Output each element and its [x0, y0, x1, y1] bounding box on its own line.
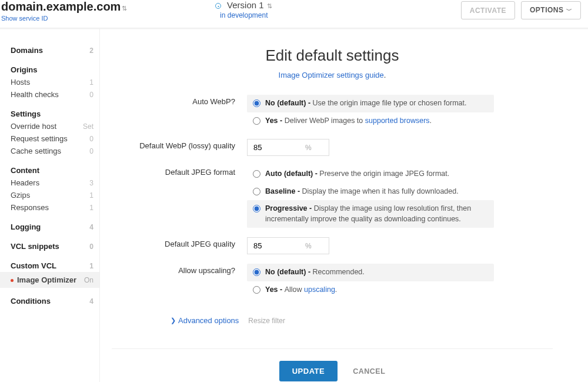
settings-form: Auto WebP? No (default) - Use the origin…	[112, 95, 553, 325]
domain-title: domain.example.com	[1, 0, 121, 14]
main-content: Edit default settings Image Optimizer se…	[100, 29, 588, 382]
field-upscaling: Allow upscaling? No (default) - Recommen…	[112, 264, 553, 298]
sidebar-item-request-settings[interactable]: Request settings0	[11, 132, 99, 145]
top-bar: domain.example.com⇅ Show service ID • Ve…	[0, 0, 588, 28]
status-dot-icon	[11, 279, 14, 282]
sidebar-item-domains[interactable]: Domains2	[11, 44, 99, 57]
radio-jpeg-baseline[interactable]: Baseline - Display the image when it has…	[247, 183, 494, 201]
settings-guide: Image Optimizer settings guide.	[112, 71, 553, 79]
sidebar-item-image-optimizer[interactable]: Image Optimizer On	[0, 272, 99, 288]
sidebar-item-gzips[interactable]: Gzips1	[11, 189, 99, 201]
cancel-button[interactable]: CANCEL	[353, 367, 385, 376]
label-jpeg-quality: Default JPEG quality	[112, 237, 247, 254]
radio-upscaling-no[interactable]: No (default) - Recommended.	[247, 264, 494, 281]
sidebar-item-headers[interactable]: Headers3	[11, 177, 99, 189]
radio-jpeg-progressive[interactable]: Progressive - Display the image using lo…	[247, 200, 494, 228]
radio-jpeg-auto[interactable]: Auto (default) - Preserve the origin ima…	[247, 165, 494, 183]
sidebar-item-vcl-snippets[interactable]: VCL snippets0	[11, 240, 99, 253]
options-label: OPTIONS	[530, 6, 564, 14]
advanced-options-toggle[interactable]: Advanced options	[178, 316, 239, 325]
sidebar-item-conditions[interactable]: Conditions4	[11, 295, 99, 307]
percent-unit: %	[305, 144, 312, 152]
sidebar-item-custom-vcl[interactable]: Custom VCL1	[11, 260, 99, 272]
chevron-right-icon: ❯	[171, 317, 176, 324]
sidebar: Domains2 Origins Hosts1 Health checks0 S…	[0, 29, 100, 382]
version-name[interactable]: Version 1	[227, 0, 264, 10]
sort-icon[interactable]: ⇅	[122, 5, 127, 12]
resize-filter-label: Resize filter	[248, 317, 285, 325]
upscaling-link[interactable]: upscaling	[304, 285, 335, 294]
version-sort-icon[interactable]: ⇅	[267, 2, 272, 9]
version-status: in development	[215, 11, 272, 19]
percent-unit: %	[305, 242, 312, 250]
webp-quality-input[interactable]	[252, 142, 305, 152]
sidebar-item-override-host[interactable]: Override hostSet	[11, 120, 99, 132]
radio-autowebp-yes[interactable]: Yes - Deliver WebP images to supported b…	[247, 112, 494, 130]
sidebar-item-health-checks[interactable]: Health checks0	[11, 88, 99, 101]
sidebar-item-hosts[interactable]: Hosts1	[11, 76, 99, 88]
domain-block: domain.example.com⇅ Show service ID	[0, 0, 127, 22]
sidebar-item-logging[interactable]: Logging4	[11, 221, 99, 233]
activate-button[interactable]: ACTIVATE	[461, 1, 515, 19]
version-dot-icon: •	[215, 3, 221, 9]
radio-autowebp-no[interactable]: No (default) - Use the origin image file…	[247, 95, 494, 112]
radio-upscaling-yes[interactable]: Yes - Allow upscaling.	[247, 281, 494, 299]
field-jpeg-format: Default JPEG format Auto (default) - Pre…	[112, 165, 553, 228]
label-webp-quality: Default WebP (lossy) quality	[112, 139, 247, 156]
form-footer: UPDATE CANCEL	[112, 348, 553, 382]
show-service-id-link[interactable]: Show service ID	[1, 15, 48, 22]
supported-browsers-link[interactable]: supported browsers	[365, 117, 430, 125]
label-upscaling: Allow upscaling?	[112, 264, 247, 298]
settings-guide-link[interactable]: Image Optimizer settings guide	[279, 71, 384, 79]
sidebar-item-responses[interactable]: Responses1	[11, 201, 99, 214]
options-button[interactable]: OPTIONS﹀	[521, 1, 581, 19]
label-jpeg-format: Default JPEG format	[112, 165, 247, 228]
field-jpeg-quality: Default JPEG quality %	[112, 237, 553, 254]
webp-quality-input-wrapper: %	[247, 139, 329, 156]
sidebar-item-cache-settings[interactable]: Cache settings0	[11, 145, 99, 157]
field-webp-quality: Default WebP (lossy) quality %	[112, 139, 553, 156]
jpeg-quality-input[interactable]	[252, 241, 305, 251]
sidebar-head-origins: Origins	[11, 64, 99, 76]
advanced-options-row: ❯ Advanced options Resize filter	[171, 316, 553, 325]
version-block: • Version 1 ⇅ in development	[215, 0, 272, 19]
update-button[interactable]: UPDATE	[279, 361, 338, 381]
sidebar-head-content: Content	[11, 164, 99, 177]
label-auto-webp: Auto WebP?	[112, 95, 247, 129]
top-actions: ACTIVATE OPTIONS﹀	[461, 0, 581, 19]
field-auto-webp: Auto WebP? No (default) - Use the origin…	[112, 95, 553, 129]
jpeg-quality-input-wrapper: %	[247, 237, 329, 254]
page-title: Edit default settings	[112, 46, 553, 65]
sidebar-head-settings: Settings	[11, 108, 99, 120]
chevron-down-icon: ﹀	[566, 7, 573, 14]
